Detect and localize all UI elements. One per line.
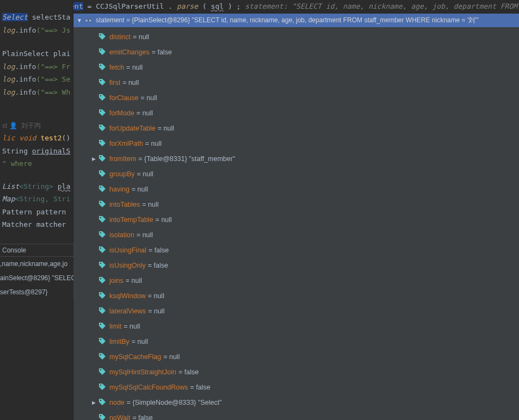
svg-point-15 <box>100 262 101 263</box>
field-row-mySqlSqlCalcFoundRows[interactable]: mySqlSqlCalcFoundRows = false <box>73 380 519 395</box>
console-output-line: ainSelect@8296} "SELEC <box>0 271 73 285</box>
code-left-strip: Select selectSta log.info("==> Js PlainS… <box>0 0 73 420</box>
field-tag-icon <box>98 322 106 331</box>
field-row-ksqlWindow[interactable]: ksqlWindow = null <box>73 288 519 304</box>
code-line-where[interactable]: " where <box>0 157 73 170</box>
expand-arrow-icon[interactable]: ▶ <box>90 156 97 162</box>
field-row-forXmlPath[interactable]: forXmlPath = null <box>73 136 519 151</box>
field-name: fromItem <box>109 155 136 163</box>
svg-point-20 <box>100 338 101 339</box>
code-line-8[interactable]: log.info("==> Wh <box>0 86 73 99</box>
collapse-arrow-icon[interactable]: ▼ <box>77 17 82 23</box>
field-row-mySqlCacheFlag[interactable]: mySqlCacheFlag = null <box>73 349 519 365</box>
svg-point-6 <box>100 125 101 126</box>
field-value: = false <box>132 414 152 420</box>
field-value: = null <box>141 94 157 102</box>
type-token: Select <box>2 13 28 21</box>
svg-point-14 <box>100 247 101 248</box>
svg-point-13 <box>100 232 101 233</box>
field-row-forUpdateTable[interactable]: forUpdateTable = null <box>73 121 519 136</box>
svg-point-8 <box>100 156 101 157</box>
code-line-3[interactable]: log.info("==> Js <box>0 24 73 37</box>
field-row-lateralViews[interactable]: lateralViews = null <box>73 304 519 319</box>
field-value: = null <box>123 323 140 330</box>
field-row-distinct[interactable]: distinct = null <box>73 29 519 45</box>
field-name: forMode <box>109 109 134 117</box>
console-tab[interactable]: Console <box>0 244 73 257</box>
field-row-having[interactable]: having = null <box>73 182 519 197</box>
field-row-forClause[interactable]: forClause = null <box>73 90 519 106</box>
field-row-limit[interactable]: limit = null <box>73 319 519 334</box>
code-line-matcher[interactable]: Matcher matcher <box>0 218 73 231</box>
svg-point-11 <box>100 201 101 202</box>
code-line-7[interactable]: log.info("==> Se <box>0 73 73 86</box>
class-token: CCJSqlParserUtil <box>96 2 164 10</box>
field-value: = null <box>126 277 142 285</box>
field-row-noWait[interactable]: noWait = false <box>73 410 519 420</box>
field-row-joins[interactable]: joins = null <box>73 273 519 288</box>
popup-header-text: statement = {PlainSelect@8296} "SELECT i… <box>96 16 479 25</box>
field-tag-icon <box>98 155 106 164</box>
code-line-pattern[interactable]: Pattern pattern <box>0 206 73 219</box>
field-tag-icon <box>98 139 106 149</box>
field-row-groupBy[interactable]: groupBy = null <box>73 166 519 182</box>
svg-point-5 <box>100 110 101 111</box>
field-name: joins <box>109 277 123 285</box>
field-name: forXmlPath <box>109 140 143 147</box>
field-value: = null <box>163 353 180 361</box>
field-name: isUsingOnly <box>109 262 146 269</box>
code-top-line: Statement statement = CCJSqlParserUtil .… <box>0 0 519 13</box>
code-line-list[interactable]: List<String> pla <box>0 180 73 193</box>
eq-token: = <box>88 2 96 10</box>
field-row-intoTables[interactable]: intoTables = null <box>73 197 519 212</box>
field-row-node[interactable]: ▶node = {SimpleNode@8333} "Select" <box>73 395 519 410</box>
field-name: fetch <box>109 64 124 71</box>
field-tag-icon <box>98 78 106 88</box>
field-value: = null <box>132 338 148 345</box>
field-row-emitChanges[interactable]: emitChanges = false <box>73 45 519 60</box>
field-row-fetch[interactable]: fetch = null <box>73 60 519 75</box>
field-tag-icon <box>98 200 106 209</box>
svg-point-19 <box>100 323 101 324</box>
field-name: mySqlHintStraightJoin <box>109 368 176 376</box>
field-row-isUsingOnly[interactable]: isUsingOnly = false <box>73 258 519 273</box>
code-line-1[interactable]: Statement statement = CCJSqlParserUtil .… <box>0 0 519 13</box>
field-tag-icon <box>98 170 106 179</box>
field-row-isolation[interactable]: isolation = null <box>73 227 519 243</box>
field-value: = null <box>133 33 149 41</box>
code-line-map[interactable]: Map<String, Stri <box>0 193 73 206</box>
svg-point-9 <box>100 171 101 172</box>
svg-point-18 <box>100 308 101 309</box>
field-name: intoTempTable <box>109 216 153 224</box>
field-value: = null <box>145 140 162 147</box>
field-row-first[interactable]: first = null <box>73 75 519 90</box>
svg-point-21 <box>100 354 101 355</box>
field-tag-icon <box>98 231 106 240</box>
svg-point-2 <box>100 64 101 65</box>
field-row-limitBy[interactable]: limitBy = null <box>73 334 519 349</box>
editor-area: Statement statement = CCJSqlParserUtil .… <box>0 0 519 420</box>
field-row-forMode[interactable]: forMode = null <box>73 106 519 121</box>
field-name: mySqlSqlCalcFoundRows <box>109 384 188 391</box>
code-line-6[interactable]: log.info("==> Fr <box>0 60 73 73</box>
field-name: limitBy <box>109 338 129 345</box>
field-value: = null <box>142 201 158 208</box>
field-row-fromItem[interactable]: ▶fromItem = {Table@8331} "staff_member" <box>73 151 519 166</box>
code-line-5[interactable]: PlainSelect plai <box>0 47 73 60</box>
code-line-test[interactable]: lic void test2() <box>0 132 73 145</box>
popup-header[interactable]: ▼ 👓 statement = {PlainSelect@8296} "SELE… <box>73 14 519 27</box>
field-row-intoTempTable[interactable]: intoTempTable = null <box>73 212 519 227</box>
svg-point-25 <box>100 415 101 416</box>
field-value: = false <box>148 262 168 269</box>
field-value: = false <box>178 368 199 376</box>
author-annotation: st 👤 刘子丙 <box>0 120 73 132</box>
field-row-isUsingFinal[interactable]: isUsingFinal = false <box>73 243 519 258</box>
expand-arrow-icon[interactable]: ▶ <box>90 400 97 405</box>
field-tag-icon <box>98 353 106 362</box>
code-line-string[interactable]: String originalS <box>0 145 73 158</box>
field-tag-icon <box>98 383 106 392</box>
field-row-mySqlHintStraightJoin[interactable]: mySqlHintStraightJoin = false <box>73 365 519 380</box>
code-line-2[interactable]: Select selectSta <box>0 11 73 24</box>
field-tag-icon <box>98 109 106 118</box>
field-name: ksqlWindow <box>109 292 146 300</box>
